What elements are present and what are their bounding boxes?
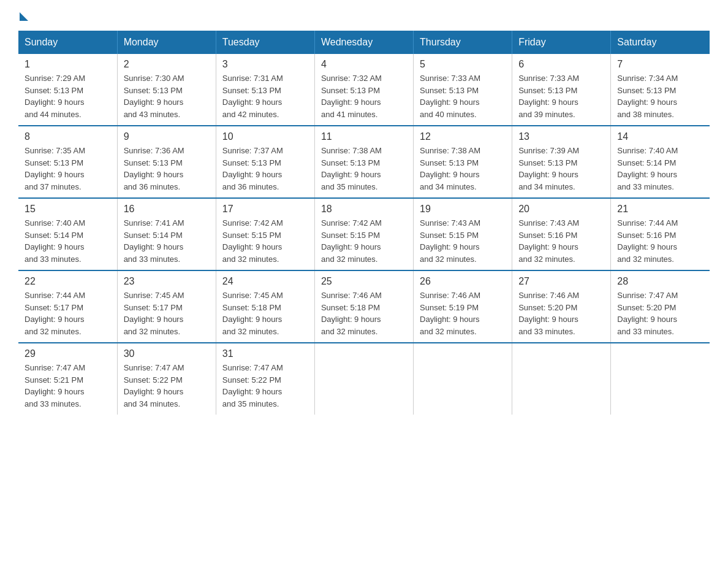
calendar-cell: 17 Sunrise: 7:42 AMSunset: 5:15 PMDaylig… <box>216 198 314 270</box>
week-row-1: 1 Sunrise: 7:29 AMSunset: 5:13 PMDayligh… <box>18 54 710 126</box>
day-number: 13 <box>518 131 604 142</box>
calendar-cell <box>314 343 413 415</box>
day-info: Sunrise: 7:43 AMSunset: 5:16 PMDaylight:… <box>518 218 579 264</box>
page-header <box>18 12 710 18</box>
day-info: Sunrise: 7:41 AMSunset: 5:14 PMDaylight:… <box>124 218 184 264</box>
day-number: 12 <box>420 131 506 142</box>
day-info: Sunrise: 7:43 AMSunset: 5:15 PMDaylight:… <box>420 218 480 264</box>
day-info: Sunrise: 7:31 AMSunset: 5:13 PMDaylight:… <box>222 74 283 119</box>
day-info: Sunrise: 7:29 AMSunset: 5:13 PMDaylight:… <box>25 74 85 119</box>
day-number: 16 <box>124 204 210 215</box>
week-row-5: 29 Sunrise: 7:47 AMSunset: 5:21 PMDaylig… <box>18 343 710 415</box>
day-info: Sunrise: 7:42 AMSunset: 5:15 PMDaylight:… <box>222 218 283 264</box>
calendar-cell: 8 Sunrise: 7:35 AMSunset: 5:13 PMDayligh… <box>18 126 117 198</box>
day-info: Sunrise: 7:38 AMSunset: 5:13 PMDaylight:… <box>321 146 382 191</box>
day-info: Sunrise: 7:40 AMSunset: 5:14 PMDaylight:… <box>25 218 85 264</box>
day-info: Sunrise: 7:38 AMSunset: 5:13 PMDaylight:… <box>420 146 480 191</box>
day-number: 2 <box>124 59 210 70</box>
calendar-cell <box>611 343 710 415</box>
day-number: 27 <box>518 276 604 287</box>
calendar-cell: 19 Sunrise: 7:43 AMSunset: 5:15 PMDaylig… <box>414 198 512 270</box>
day-number: 19 <box>420 204 506 215</box>
day-number: 1 <box>25 59 111 70</box>
logo-arrow-icon <box>20 12 28 21</box>
day-number: 3 <box>222 59 308 70</box>
day-info: Sunrise: 7:46 AMSunset: 5:18 PMDaylight:… <box>321 291 382 336</box>
day-info: Sunrise: 7:45 AMSunset: 5:17 PMDaylight:… <box>124 291 184 336</box>
calendar-cell: 6 Sunrise: 7:33 AMSunset: 5:13 PMDayligh… <box>512 54 611 126</box>
header-wednesday: Wednesday <box>314 31 413 54</box>
calendar-cell: 24 Sunrise: 7:45 AMSunset: 5:18 PMDaylig… <box>216 270 314 343</box>
day-number: 10 <box>222 131 308 142</box>
day-number: 4 <box>321 59 407 70</box>
day-info: Sunrise: 7:42 AMSunset: 5:15 PMDaylight:… <box>321 218 382 264</box>
day-info: Sunrise: 7:45 AMSunset: 5:18 PMDaylight:… <box>222 291 283 336</box>
calendar-table: SundayMondayTuesdayWednesdayThursdayFrid… <box>18 31 710 415</box>
week-row-2: 8 Sunrise: 7:35 AMSunset: 5:13 PMDayligh… <box>18 126 710 198</box>
calendar-cell <box>414 343 512 415</box>
day-number: 18 <box>321 204 407 215</box>
calendar-cell: 28 Sunrise: 7:47 AMSunset: 5:20 PMDaylig… <box>611 270 710 343</box>
day-number: 15 <box>25 204 111 215</box>
day-info: Sunrise: 7:33 AMSunset: 5:13 PMDaylight:… <box>420 74 480 119</box>
calendar-cell: 25 Sunrise: 7:46 AMSunset: 5:18 PMDaylig… <box>314 270 413 343</box>
day-number: 24 <box>222 276 308 287</box>
calendar-cell: 4 Sunrise: 7:32 AMSunset: 5:13 PMDayligh… <box>314 54 413 126</box>
header-thursday: Thursday <box>414 31 512 54</box>
day-number: 9 <box>124 131 210 142</box>
calendar-cell: 21 Sunrise: 7:44 AMSunset: 5:16 PMDaylig… <box>611 198 710 270</box>
calendar-cell: 26 Sunrise: 7:46 AMSunset: 5:19 PMDaylig… <box>414 270 512 343</box>
day-number: 11 <box>321 131 407 142</box>
day-info: Sunrise: 7:33 AMSunset: 5:13 PMDaylight:… <box>518 74 579 119</box>
day-info: Sunrise: 7:47 AMSunset: 5:22 PMDaylight:… <box>124 363 184 408</box>
calendar-cell: 1 Sunrise: 7:29 AMSunset: 5:13 PMDayligh… <box>18 54 117 126</box>
logo <box>18 12 29 18</box>
day-number: 5 <box>420 59 506 70</box>
day-number: 14 <box>617 131 703 142</box>
day-info: Sunrise: 7:46 AMSunset: 5:20 PMDaylight:… <box>518 291 579 336</box>
calendar-cell: 13 Sunrise: 7:39 AMSunset: 5:13 PMDaylig… <box>512 126 611 198</box>
day-info: Sunrise: 7:40 AMSunset: 5:14 PMDaylight:… <box>617 146 678 191</box>
day-info: Sunrise: 7:46 AMSunset: 5:19 PMDaylight:… <box>420 291 480 336</box>
day-number: 28 <box>617 276 703 287</box>
week-row-4: 22 Sunrise: 7:44 AMSunset: 5:17 PMDaylig… <box>18 270 710 343</box>
calendar-cell: 7 Sunrise: 7:34 AMSunset: 5:13 PMDayligh… <box>611 54 710 126</box>
calendar-cell: 10 Sunrise: 7:37 AMSunset: 5:13 PMDaylig… <box>216 126 314 198</box>
calendar-cell: 16 Sunrise: 7:41 AMSunset: 5:14 PMDaylig… <box>117 198 216 270</box>
day-info: Sunrise: 7:39 AMSunset: 5:13 PMDaylight:… <box>518 146 579 191</box>
calendar-cell: 22 Sunrise: 7:44 AMSunset: 5:17 PMDaylig… <box>18 270 117 343</box>
header-friday: Friday <box>512 31 611 54</box>
calendar-cell: 20 Sunrise: 7:43 AMSunset: 5:16 PMDaylig… <box>512 198 611 270</box>
header-saturday: Saturday <box>611 31 710 54</box>
day-info: Sunrise: 7:47 AMSunset: 5:22 PMDaylight:… <box>222 363 283 408</box>
calendar-cell: 27 Sunrise: 7:46 AMSunset: 5:20 PMDaylig… <box>512 270 611 343</box>
day-number: 29 <box>25 348 111 359</box>
calendar-cell: 2 Sunrise: 7:30 AMSunset: 5:13 PMDayligh… <box>117 54 216 126</box>
header-tuesday: Tuesday <box>216 31 314 54</box>
calendar-cell: 18 Sunrise: 7:42 AMSunset: 5:15 PMDaylig… <box>314 198 413 270</box>
day-info: Sunrise: 7:44 AMSunset: 5:16 PMDaylight:… <box>617 218 678 264</box>
day-number: 25 <box>321 276 407 287</box>
calendar-cell: 29 Sunrise: 7:47 AMSunset: 5:21 PMDaylig… <box>18 343 117 415</box>
calendar-cell: 31 Sunrise: 7:47 AMSunset: 5:22 PMDaylig… <box>216 343 314 415</box>
header-monday: Monday <box>117 31 216 54</box>
day-number: 21 <box>617 204 703 215</box>
day-number: 30 <box>124 348 210 359</box>
day-info: Sunrise: 7:35 AMSunset: 5:13 PMDaylight:… <box>25 146 85 191</box>
calendar-cell: 15 Sunrise: 7:40 AMSunset: 5:14 PMDaylig… <box>18 198 117 270</box>
header-sunday: Sunday <box>18 31 117 54</box>
calendar-cell <box>512 343 611 415</box>
day-number: 17 <box>222 204 308 215</box>
calendar-header-row: SundayMondayTuesdayWednesdayThursdayFrid… <box>18 31 710 54</box>
day-info: Sunrise: 7:34 AMSunset: 5:13 PMDaylight:… <box>617 74 678 119</box>
calendar-cell: 3 Sunrise: 7:31 AMSunset: 5:13 PMDayligh… <box>216 54 314 126</box>
day-info: Sunrise: 7:44 AMSunset: 5:17 PMDaylight:… <box>25 291 85 336</box>
day-number: 22 <box>25 276 111 287</box>
day-info: Sunrise: 7:32 AMSunset: 5:13 PMDaylight:… <box>321 74 382 119</box>
calendar-cell: 12 Sunrise: 7:38 AMSunset: 5:13 PMDaylig… <box>414 126 512 198</box>
day-number: 7 <box>617 59 703 70</box>
day-number: 23 <box>124 276 210 287</box>
day-number: 31 <box>222 348 308 359</box>
day-info: Sunrise: 7:30 AMSunset: 5:13 PMDaylight:… <box>124 74 184 119</box>
day-info: Sunrise: 7:37 AMSunset: 5:13 PMDaylight:… <box>222 146 283 191</box>
